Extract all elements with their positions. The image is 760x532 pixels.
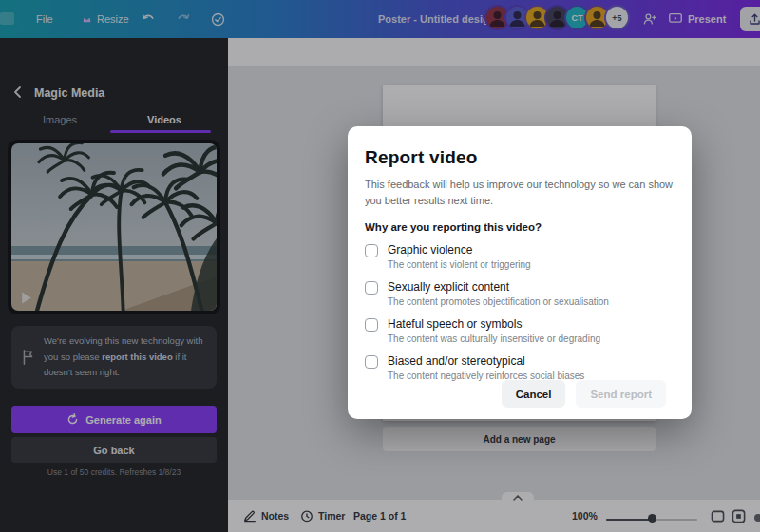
send-report-button[interactable]: Send report: [576, 380, 666, 408]
canva-editor: File Resize Post: [0, 0, 760, 532]
checkbox-hateful-speech[interactable]: [365, 318, 378, 332]
option-label[interactable]: Biased and/or stereotypical: [388, 354, 584, 368]
modal-actions: Cancel Send report: [502, 380, 666, 408]
cancel-button[interactable]: Cancel: [502, 380, 566, 408]
option-description: The content is violent or triggering: [388, 259, 531, 270]
modal-description: This feedback will help us improve our t…: [365, 177, 678, 209]
modal-question: Why are you reporting this video?: [365, 221, 674, 233]
option-label[interactable]: Graphic violence: [388, 243, 531, 256]
checkbox-biased-stereotypical[interactable]: [365, 355, 378, 369]
option-biased-stereotypical: Biased and/or stereotypical The content …: [365, 354, 674, 381]
modal-title: Report video: [365, 147, 674, 168]
report-video-modal: Report video This feedback will help us …: [348, 126, 692, 419]
option-sexually-explicit: Sexually explicit content The content pr…: [365, 280, 674, 307]
option-description: The content promotes objectification or …: [388, 296, 609, 307]
checkbox-graphic-violence[interactable]: [365, 244, 378, 257]
option-label[interactable]: Hateful speech or symbols: [388, 317, 600, 331]
option-hateful-speech: Hateful speech or symbols The content wa…: [365, 317, 674, 344]
option-description: The content was culturally insensitive o…: [388, 333, 600, 344]
option-label[interactable]: Sexually explicit content: [388, 280, 609, 294]
checkbox-sexually-explicit[interactable]: [365, 281, 378, 294]
option-graphic-violence: Graphic violence The content is violent …: [365, 243, 674, 270]
